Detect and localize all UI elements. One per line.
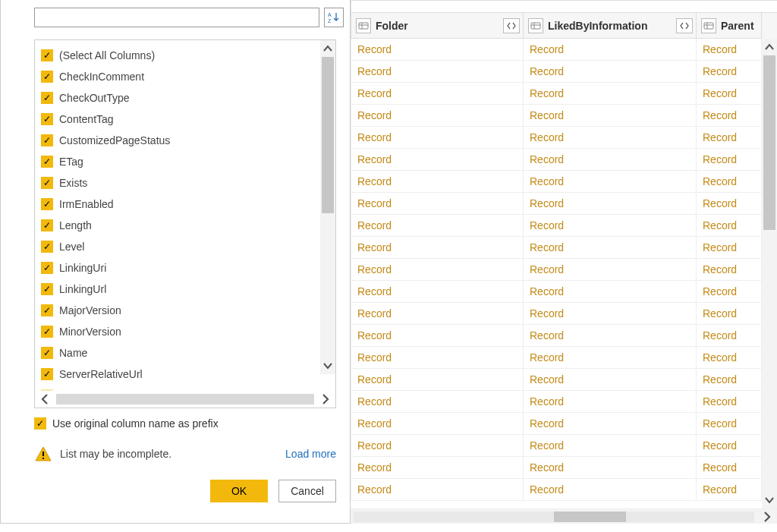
table-row[interactable]: RecordRecordRecord — [351, 83, 762, 105]
record-cell[interactable]: Record — [524, 83, 697, 105]
record-cell[interactable]: Record — [524, 259, 697, 281]
scroll-left-arrow-icon[interactable] — [35, 391, 55, 408]
column-option[interactable]: MajorVersion — [41, 300, 329, 321]
column-checkbox[interactable] — [41, 241, 53, 253]
table-row[interactable]: RecordRecordRecord — [351, 457, 762, 479]
record-cell[interactable]: Record — [351, 479, 524, 501]
column-checkbox[interactable] — [41, 198, 53, 210]
record-cell[interactable]: Record — [697, 215, 762, 237]
grid-horizontal-scrollbar[interactable] — [351, 508, 777, 524]
column-option[interactable]: TimeCreated — [41, 385, 329, 391]
use-prefix-checkbox[interactable] — [34, 417, 46, 430]
record-cell[interactable]: Record — [697, 127, 762, 149]
record-cell[interactable]: Record — [697, 149, 762, 171]
record-cell[interactable]: Record — [351, 369, 524, 391]
column-checkbox[interactable] — [41, 71, 53, 83]
column-option[interactable]: IrmEnabled — [41, 194, 329, 215]
record-cell[interactable]: Record — [697, 105, 762, 127]
column-option[interactable]: Level — [41, 236, 329, 257]
table-row[interactable]: RecordRecordRecord — [351, 413, 762, 435]
record-cell[interactable]: Record — [351, 193, 524, 215]
scroll-track[interactable] — [56, 394, 314, 405]
table-row[interactable]: RecordRecordRecord — [351, 193, 762, 215]
table-row[interactable]: RecordRecordRecord — [351, 149, 762, 171]
column-checkbox[interactable] — [41, 368, 53, 380]
record-cell[interactable]: Record — [351, 105, 524, 127]
table-row[interactable]: RecordRecordRecord — [351, 369, 762, 391]
table-row[interactable]: RecordRecordRecord — [351, 105, 762, 127]
column-option[interactable]: CheckOutType — [41, 87, 329, 109]
record-cell[interactable]: Record — [524, 61, 697, 83]
scroll-down-arrow-icon[interactable] — [762, 492, 777, 508]
record-cell[interactable]: Record — [524, 149, 697, 171]
sort-button[interactable]: A Z — [324, 8, 344, 27]
table-row[interactable]: RecordRecordRecord — [351, 39, 762, 61]
load-more-link[interactable]: Load more — [285, 448, 336, 460]
table-row[interactable]: RecordRecordRecord — [351, 237, 762, 259]
table-row[interactable]: RecordRecordRecord — [351, 303, 762, 325]
record-cell[interactable]: Record — [524, 281, 697, 303]
record-cell[interactable]: Record — [524, 303, 697, 325]
column-checkbox[interactable] — [41, 113, 53, 125]
column-list-horizontal-scrollbar[interactable] — [35, 391, 335, 408]
record-cell[interactable]: Record — [351, 413, 524, 435]
column-header-parent[interactable]: Parent — [697, 13, 762, 39]
column-option[interactable]: (Select All Columns) — [41, 45, 329, 66]
grid-vertical-scrollbar[interactable] — [762, 39, 777, 508]
record-cell[interactable]: Record — [697, 237, 762, 259]
record-cell[interactable]: Record — [351, 171, 524, 193]
record-cell[interactable]: Record — [351, 259, 524, 281]
record-cell[interactable]: Record — [697, 171, 762, 193]
column-checkbox[interactable] — [41, 134, 53, 146]
column-option[interactable]: ETag — [41, 151, 329, 172]
record-cell[interactable]: Record — [351, 391, 524, 413]
column-option[interactable]: ServerRelativeUrl — [41, 364, 329, 385]
record-cell[interactable]: Record — [697, 347, 762, 369]
expand-column-icon[interactable] — [503, 18, 520, 33]
column-list-vertical-scrollbar[interactable] — [320, 40, 335, 374]
record-cell[interactable]: Record — [351, 303, 524, 325]
record-cell[interactable]: Record — [697, 457, 762, 479]
record-cell[interactable]: Record — [524, 369, 697, 391]
scroll-thumb[interactable] — [554, 512, 626, 522]
table-row[interactable]: RecordRecordRecord — [351, 127, 762, 149]
record-cell[interactable]: Record — [351, 457, 524, 479]
column-checkbox[interactable] — [41, 262, 53, 274]
record-cell[interactable]: Record — [697, 259, 762, 281]
record-cell[interactable]: Record — [697, 39, 762, 61]
column-checkbox[interactable] — [41, 347, 53, 359]
record-cell[interactable]: Record — [351, 149, 524, 171]
record-cell[interactable]: Record — [524, 457, 697, 479]
record-cell[interactable]: Record — [697, 61, 762, 83]
table-row[interactable]: RecordRecordRecord — [351, 61, 762, 83]
record-cell[interactable]: Record — [697, 369, 762, 391]
column-checkbox[interactable] — [41, 219, 53, 231]
record-cell[interactable]: Record — [524, 325, 697, 347]
record-cell[interactable]: Record — [697, 325, 762, 347]
table-row[interactable]: RecordRecordRecord — [351, 347, 762, 369]
column-checkbox[interactable] — [41, 156, 53, 168]
column-option[interactable]: LinkingUrl — [41, 279, 329, 300]
column-header-folder[interactable]: Folder — [351, 13, 524, 39]
record-cell[interactable]: Record — [524, 127, 697, 149]
record-cell[interactable]: Record — [524, 413, 697, 435]
scroll-right-arrow-icon[interactable] — [316, 391, 335, 408]
column-option[interactable]: MinorVersion — [41, 321, 329, 342]
column-option[interactable]: Length — [41, 215, 329, 236]
column-checkbox[interactable] — [41, 92, 53, 104]
column-checkbox[interactable] — [41, 389, 53, 391]
record-cell[interactable]: Record — [524, 237, 697, 259]
column-option[interactable]: CheckInComment — [41, 66, 329, 87]
record-cell[interactable]: Record — [351, 325, 524, 347]
table-row[interactable]: RecordRecordRecord — [351, 479, 762, 501]
column-option[interactable]: CustomizedPageStatus — [41, 130, 329, 151]
column-checkbox[interactable] — [41, 177, 53, 189]
record-cell[interactable]: Record — [351, 281, 524, 303]
column-checkbox[interactable] — [41, 304, 53, 316]
cancel-button[interactable]: Cancel — [278, 480, 336, 502]
scroll-down-arrow-icon[interactable] — [320, 357, 335, 374]
record-cell[interactable]: Record — [351, 237, 524, 259]
table-row[interactable]: RecordRecordRecord — [351, 391, 762, 413]
record-cell[interactable]: Record — [697, 303, 762, 325]
scroll-up-arrow-icon[interactable] — [762, 39, 777, 55]
